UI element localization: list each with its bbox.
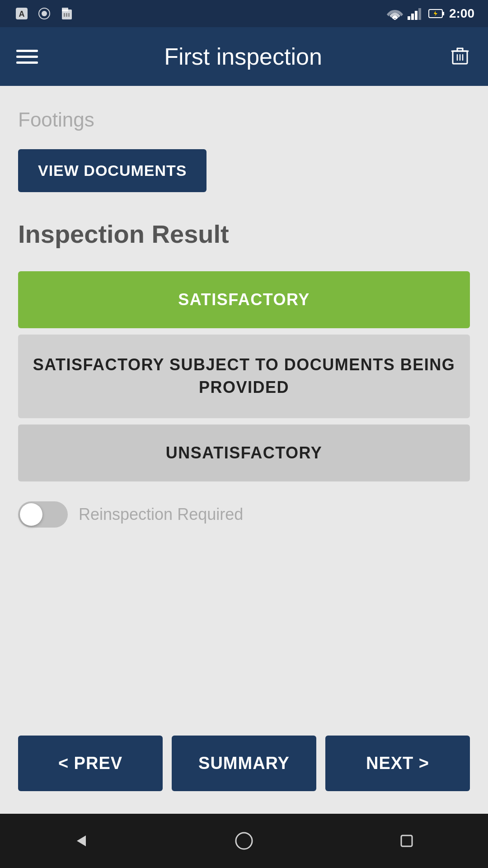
record-icon — [36, 5, 52, 22]
svg-rect-15 — [442, 12, 444, 15]
status-icons-left: A — [14, 5, 75, 22]
svg-rect-26 — [401, 835, 412, 846]
signal-icon — [408, 7, 424, 20]
svg-point-25 — [236, 833, 252, 849]
sd-card-icon — [59, 5, 75, 22]
status-icons-right: 2:00 — [387, 6, 474, 21]
system-nav-bar — [0, 814, 488, 868]
next-button[interactable]: NEXT > — [325, 736, 470, 791]
svg-rect-12 — [415, 11, 418, 20]
prev-button[interactable]: < PREV — [18, 736, 163, 791]
svg-rect-7 — [66, 13, 67, 17]
back-button[interactable] — [68, 827, 95, 854]
wifi-icon — [387, 7, 403, 20]
app-icon-a: A — [14, 5, 30, 22]
summary-button[interactable]: SUMMARY — [172, 736, 316, 791]
battery-icon — [428, 7, 445, 20]
status-time: 2:00 — [449, 6, 474, 21]
inspection-result-label: Inspection Result — [18, 219, 470, 249]
svg-rect-5 — [62, 8, 68, 11]
home-button[interactable] — [230, 827, 258, 854]
svg-point-3 — [42, 11, 47, 16]
reinspection-row: Reinspection Required — [18, 501, 470, 528]
recents-button[interactable] — [393, 827, 420, 854]
unsatisfactory-button[interactable]: UNSATISFACTORY — [18, 425, 470, 481]
svg-rect-13 — [418, 8, 421, 20]
menu-button[interactable] — [16, 50, 38, 64]
toggle-thumb — [20, 503, 42, 526]
svg-rect-6 — [64, 13, 65, 17]
main-content: Footings VIEW DOCUMENTS Inspection Resul… — [0, 86, 488, 722]
svg-text:A: A — [19, 9, 25, 19]
reinspection-label: Reinspection Required — [79, 505, 243, 524]
section-label: Footings — [18, 108, 470, 131]
satisfactory-button[interactable]: SATISFACTORY — [18, 271, 470, 328]
svg-point-9 — [394, 19, 396, 20]
svg-marker-24 — [77, 835, 86, 846]
bottom-nav: < PREV SUMMARY NEXT > — [0, 722, 488, 814]
page-title: First inspection — [38, 43, 448, 70]
reinspection-toggle[interactable] — [18, 501, 68, 528]
delete-button[interactable] — [448, 44, 472, 69]
satisfactory-docs-button[interactable]: SATISFACTORY SUBJECT TO DOCUMENTS BEING … — [18, 335, 470, 418]
view-documents-button[interactable]: VIEW DOCUMENTS — [18, 149, 206, 192]
svg-rect-10 — [408, 16, 410, 20]
app-header: First inspection — [0, 27, 488, 86]
status-bar: A — [0, 0, 488, 27]
svg-rect-11 — [411, 14, 414, 20]
svg-rect-8 — [68, 13, 70, 17]
